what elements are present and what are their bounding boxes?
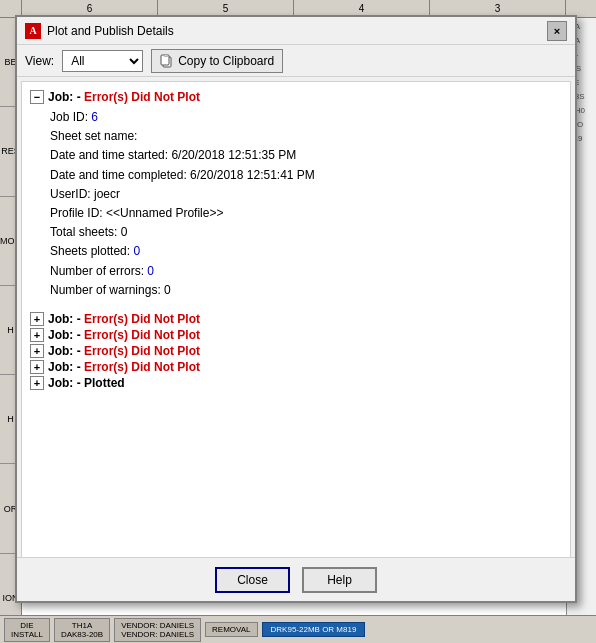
list-item: + Job: - Error(s) Did Not Plot: [30, 328, 562, 342]
profile-label: Profile ID:: [50, 206, 106, 220]
list-item: + Job: - Error(s) Did Not Plot: [30, 312, 562, 326]
dialog-title: Plot and Publish Details: [47, 24, 547, 38]
bottom-cell-removal: REMOVAL: [205, 622, 258, 637]
dialog-content[interactable]: − Job: - Error(s) Did Not Plot Job ID: 6…: [21, 81, 571, 573]
collapsed-job-title-4: Job: - Error(s) Did Not Plot: [48, 360, 200, 374]
collapsed-job-title-2: Job: - Error(s) Did Not Plot: [48, 328, 200, 342]
expand-button-5[interactable]: +: [30, 376, 44, 390]
bottom-cell-th1a: TH1A DAK83-20B: [54, 618, 110, 642]
job-status-1: Error(s) Did Not Plot: [84, 312, 200, 326]
date-completed-line: Date and time completed: 6/20/2018 12:51…: [50, 166, 562, 185]
copy-to-clipboard-label: Copy to Clipboard: [178, 54, 274, 68]
job-prefix: Job: -: [48, 90, 84, 104]
expanded-job-header: − Job: - Error(s) Did Not Plot: [30, 90, 562, 104]
date-started-value: 6/20/2018 12:51:35 PM: [171, 148, 296, 162]
date-completed-value: 6/20/2018 12:51:41 PM: [190, 168, 315, 182]
expanded-job-title: Job: - Error(s) Did Not Plot: [48, 90, 200, 104]
bottom-cell-vendor: VENDOR: DANIELS VENDOR: DANIELS: [114, 618, 201, 642]
num-errors-line: Number of errors: 0: [50, 262, 562, 281]
job-details-panel: Job ID: 6 Sheet set name: Date and time …: [30, 108, 562, 300]
profile-line: Profile ID: <<Unnamed Profile>>: [50, 204, 562, 223]
sheets-plotted-line: Sheets plotted: 0: [50, 242, 562, 261]
profile-value: <<Unnamed Profile>>: [106, 206, 223, 220]
list-item: + Job: - Error(s) Did Not Plot: [30, 360, 562, 374]
collapsed-job-title-1: Job: - Error(s) Did Not Plot: [48, 312, 200, 326]
date-started-label: Date and time started:: [50, 148, 171, 162]
userid-line: UserID: joecr: [50, 185, 562, 204]
userid-label: UserID:: [50, 187, 94, 201]
bottom-status-bar: DIE INSTALL TH1A DAK83-20B VENDOR: DANIE…: [0, 615, 596, 643]
total-sheets-label: Total sheets:: [50, 225, 121, 239]
sheets-plotted-label: Sheets plotted:: [50, 244, 133, 258]
collapse-button[interactable]: −: [30, 90, 44, 104]
job-status-4: Error(s) Did Not Plot: [84, 360, 200, 374]
sheet-set-label: Sheet set name:: [50, 129, 137, 143]
expand-button-2[interactable]: +: [30, 328, 44, 342]
expand-button-4[interactable]: +: [30, 360, 44, 374]
num-errors-value: 0: [147, 264, 154, 278]
help-button[interactable]: Help: [302, 567, 377, 593]
job-status-2: Error(s) Did Not Plot: [84, 328, 200, 342]
dialog-titlebar: A Plot and Publish Details ×: [17, 17, 575, 45]
job-id-value: 6: [91, 110, 98, 124]
bottom-cell-die: DIE INSTALL: [4, 618, 50, 642]
job-status-plotted: Plotted: [84, 376, 125, 390]
autocad-logo: A: [25, 23, 41, 39]
expand-button-1[interactable]: +: [30, 312, 44, 326]
num-warnings-label: Number of warnings:: [50, 283, 164, 297]
close-button[interactable]: Close: [215, 567, 290, 593]
date-completed-label: Date and time completed:: [50, 168, 190, 182]
dialog-footer: Close Help: [17, 557, 575, 601]
num-warnings-line: Number of warnings: 0: [50, 281, 562, 300]
view-dropdown[interactable]: All Errors Warnings: [62, 50, 143, 72]
job-id-line: Job ID: 6: [50, 108, 562, 127]
sheets-plotted-value: 0: [133, 244, 140, 258]
list-item: + Job: - Plotted: [30, 376, 562, 390]
collapsed-job-title-3: Job: - Error(s) Did Not Plot: [48, 344, 200, 358]
collapsed-jobs-list: + Job: - Error(s) Did Not Plot + Job: - …: [30, 312, 562, 390]
total-sheets-line: Total sheets: 0: [50, 223, 562, 242]
job-prefix-2: Job: -: [48, 328, 84, 342]
job-status-3: Error(s) Did Not Plot: [84, 344, 200, 358]
job-prefix-5: Job: -: [48, 376, 84, 390]
copy-to-clipboard-button[interactable]: Copy to Clipboard: [151, 49, 283, 73]
job-prefix-1: Job: -: [48, 312, 84, 326]
expand-button-3[interactable]: +: [30, 344, 44, 358]
job-prefix-3: Job: -: [48, 344, 84, 358]
bottom-cell-drk: DRK95-22MB OR M819: [262, 622, 366, 637]
job-prefix-4: Job: -: [48, 360, 84, 374]
date-started-line: Date and time started: 6/20/2018 12:51:3…: [50, 146, 562, 165]
sheet-set-line: Sheet set name:: [50, 127, 562, 146]
num-errors-label: Number of errors:: [50, 264, 147, 278]
svg-rect-2: [164, 54, 168, 56]
autocad-icon: A: [25, 23, 41, 39]
num-warnings-value: 0: [164, 283, 171, 297]
plot-publish-dialog: A Plot and Publish Details × View: All E…: [15, 15, 577, 603]
job-error-status: Error(s) Did Not Plot: [84, 90, 200, 104]
view-label: View:: [25, 54, 54, 68]
close-dialog-button[interactable]: ×: [547, 21, 567, 41]
userid-value: joecr: [94, 187, 120, 201]
clipboard-icon: [160, 54, 174, 68]
collapsed-job-title-5: Job: - Plotted: [48, 376, 125, 390]
job-id-label: Job ID:: [50, 110, 91, 124]
total-sheets-value: 0: [121, 225, 128, 239]
dialog-toolbar: View: All Errors Warnings Copy to Clipbo…: [17, 45, 575, 77]
list-item: + Job: - Error(s) Did Not Plot: [30, 344, 562, 358]
